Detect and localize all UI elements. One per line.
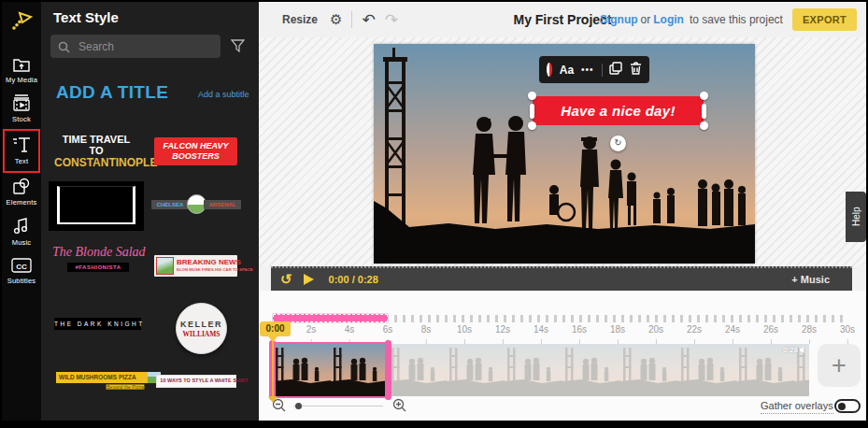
- news-thumbnail: [156, 257, 174, 275]
- editor-topbar: Resize ⚙ ↶ ↷ My First Project Signup or …: [259, 2, 866, 37]
- resize-handle-tl[interactable]: [528, 92, 536, 100]
- overlay-track-dashes: [394, 315, 847, 322]
- sidebar-item-text[interactable]: Text: [3, 129, 40, 173]
- account-area: Signup or Login to save this project EXP…: [597, 8, 857, 31]
- template-text: WILD MUSHROOMS PIZZA: [59, 374, 136, 380]
- font-style-button[interactable]: Aa: [560, 64, 574, 77]
- search-input[interactable]: [50, 35, 221, 58]
- undo-icon[interactable]: ↶: [362, 10, 375, 30]
- sidebar-item-subtitles[interactable]: CC Subtitles: [3, 252, 40, 291]
- duplicate-icon[interactable]: [609, 62, 622, 78]
- timeline-zoom-controls: [272, 399, 406, 414]
- playhead-arrow: [268, 396, 277, 403]
- ruler-tick: 24s: [725, 324, 740, 335]
- template-text: BREAKING NEWS: [177, 258, 241, 266]
- clip-filmstrip[interactable]: 0:28: [273, 344, 809, 396]
- template-blonde-salad[interactable]: The Blonde Salad #FASHIONISTA: [52, 245, 144, 272]
- text-tool-icon: [11, 136, 32, 154]
- rotate-handle-icon[interactable]: ↻: [610, 136, 626, 151]
- login-link[interactable]: Login: [653, 13, 684, 26]
- settings-gear-icon[interactable]: ⚙: [330, 11, 342, 28]
- text-overlay[interactable]: Have a nice day!: [533, 96, 704, 125]
- ruler-tick: 10s: [457, 324, 472, 335]
- overlay-text: Have a nice day!: [561, 103, 675, 119]
- template-text: BOOSTERS: [154, 151, 237, 162]
- playhead-label[interactable]: 0:00: [260, 321, 291, 336]
- restart-icon[interactable]: ↺: [280, 271, 292, 288]
- cc-icon: CC: [11, 257, 32, 274]
- toggle-knob: [838, 403, 846, 410]
- template-time-travel[interactable]: TIME TRAVEL TO CONSTANTINOPLE: [54, 134, 138, 169]
- frame-outline: [57, 186, 135, 224]
- trim-handle-right[interactable]: [385, 340, 391, 400]
- resize-button[interactable]: Resize: [282, 13, 318, 26]
- delete-trash-icon[interactable]: [630, 62, 642, 78]
- preview-canvas[interactable]: Aa ••• Have a nice day!: [259, 37, 866, 266]
- ruler-tick: 14s: [534, 324, 548, 335]
- resize-handle-right[interactable]: [702, 104, 706, 119]
- ruler-tick: 20s: [648, 324, 663, 335]
- template-frame[interactable]: [49, 181, 144, 231]
- more-options-icon[interactable]: •••: [581, 64, 594, 75]
- sidebar-item-label: Text: [15, 157, 29, 165]
- playback-time: 0:00 / 0:28: [329, 274, 378, 285]
- sidebar-item-label: My Media: [6, 76, 37, 84]
- zoom-slider[interactable]: [293, 399, 383, 414]
- resize-handle-bl[interactable]: [528, 121, 536, 130]
- template-keller-williams[interactable]: KELLER WILLIAMS: [176, 303, 227, 354]
- icon-rail: My Media Stock Text Elements: [2, 2, 41, 421]
- template-add-subtitle[interactable]: Add a subtitle: [198, 90, 249, 99]
- text-style-panel: Text Style ADD A TITLE Add a subtitle TI…: [41, 2, 259, 421]
- filter-icon[interactable]: [231, 39, 245, 56]
- template-text: TIME TRAVEL TO: [54, 134, 138, 156]
- gather-overlays-toggle[interactable]: [834, 399, 861, 413]
- template-white-shirt[interactable]: 10 WAYS TO STYLE A WHITE SHIRT: [156, 375, 236, 388]
- template-text: KELLER: [180, 320, 222, 329]
- kapwing-logo-icon[interactable]: [9, 8, 34, 36]
- sidebar-item-music[interactable]: Music: [3, 212, 40, 252]
- overlay-duration-bar[interactable]: [273, 314, 388, 322]
- playhead-line[interactable]: [272, 338, 274, 396]
- export-button[interactable]: EXPORT: [792, 8, 857, 31]
- ruler-tick: 30s: [840, 324, 855, 335]
- help-tab[interactable]: Help: [846, 192, 866, 242]
- folder-upload-icon: [12, 56, 31, 73]
- ruler-tick: 22s: [687, 324, 702, 335]
- template-text: CHELSEA: [151, 200, 189, 209]
- add-media-button[interactable]: +: [818, 344, 861, 387]
- sidebar-item-stock[interactable]: Stock: [3, 90, 40, 129]
- resize-handle-left[interactable]: [530, 104, 534, 119]
- play-icon[interactable]: [304, 274, 314, 285]
- ruler-tick: 4s: [345, 324, 355, 335]
- sidebar-item-my-media[interactable]: My Media: [3, 51, 40, 90]
- sidebar-item-label: Stock: [12, 115, 31, 123]
- template-text: The Blonde Salad: [52, 245, 144, 260]
- template-scoreboard[interactable]: CHELSEA ARSENAL: [151, 194, 241, 215]
- zoom-in-icon[interactable]: [392, 398, 406, 416]
- sidebar-item-elements[interactable]: Elements: [3, 173, 40, 212]
- redo-icon[interactable]: ↷: [385, 10, 398, 30]
- app-window: My Media Stock Text Elements: [2, 2, 866, 421]
- template-falcon-heavy[interactable]: FALCON HEAVY BOOSTERS: [154, 137, 237, 165]
- clip-audio-icon: [800, 347, 806, 353]
- template-text: ELON MUSK FIRES HIS CAR TO SPACE: [177, 267, 253, 271]
- signup-link[interactable]: Signup: [600, 13, 638, 26]
- ruler-tick: 28s: [802, 324, 817, 335]
- timeline: 2s 4s 6s 8s 10s 12s 14s 16s 18s 20s 22s …: [259, 291, 866, 421]
- template-text: WILLIAMS: [182, 330, 220, 338]
- resize-handle-br[interactable]: [700, 121, 708, 130]
- gather-overlays-label[interactable]: Gather overlays: [761, 400, 833, 414]
- ruler-tick: 12s: [495, 324, 510, 335]
- template-breaking-news[interactable]: BREAKING NEWS ELON MUSK FIRES HIS CAR TO…: [154, 255, 237, 277]
- svg-text:CC: CC: [16, 263, 27, 271]
- template-dark-knight[interactable]: THE DARK KNIGHT: [54, 318, 141, 330]
- template-add-title[interactable]: ADD A TITLE: [56, 82, 168, 103]
- resize-handle-tr[interactable]: [700, 92, 708, 100]
- template-text: 10 WAYS TO STYLE A WHITE SHIRT: [160, 378, 232, 383]
- zoom-slider-thumb[interactable]: [295, 403, 302, 409]
- toolbar-divider: [351, 11, 352, 28]
- add-music-button[interactable]: + Music: [791, 274, 830, 285]
- sidebar-item-label: Elements: [7, 198, 37, 207]
- text-color-icon[interactable]: [547, 63, 552, 77]
- template-mushrooms-pizza[interactable]: WILD MUSHROOMS PIZZA Beyond the Pizza: [56, 372, 161, 390]
